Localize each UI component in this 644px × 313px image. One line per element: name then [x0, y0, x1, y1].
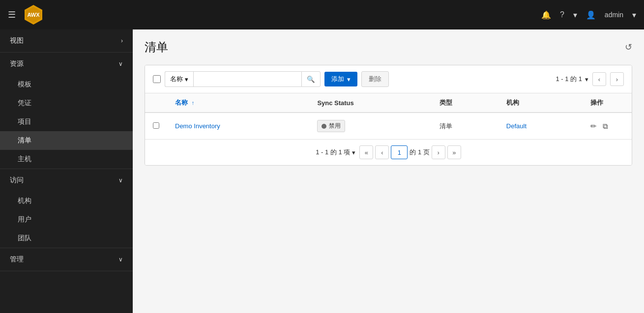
bottom-pagination: 1 - 1 的 1 项 ▾ « ‹ 1 的 1 页 › » [145, 139, 632, 165]
col-name-sort-icon: ↑ [192, 100, 195, 106]
sidebar: 视图 › 资源 ∨ 模板 凭证 项目 清单 主机 访问 ∨ 机构 用户 团队 [0, 29, 133, 313]
sidebar-section-views: 视图 › [0, 29, 133, 53]
row-sync-status-cell: 禁用 [309, 113, 432, 139]
pag-btn-group: « ‹ 1 的 1 页 › » [359, 145, 461, 159]
pagination-chevron[interactable]: ▾ [585, 76, 588, 83]
prev-page-bottom-button[interactable]: ‹ [375, 145, 389, 159]
sidebar-item-credentials[interactable]: 凭证 [0, 94, 133, 113]
action-icons: ✏ ⧉ [590, 122, 624, 131]
sidebar-group-admin-label: 管理 [10, 255, 24, 264]
row-org-link[interactable]: Default [506, 122, 527, 130]
sidebar-item-templates[interactable]: 模板 [0, 75, 133, 94]
username-label[interactable]: admin [605, 11, 623, 19]
filter-label-button[interactable]: 名称 ▾ [165, 71, 193, 87]
page-header: 清单 ↺ [145, 39, 632, 55]
table-card: 名称 ▾ 🔍 添加 ▾ 删除 1 - 1 的 1 ▾ [145, 65, 632, 166]
hamburger-menu[interactable]: ☰ [8, 9, 16, 20]
topnav-right: 🔔 ? ▾ 👤 admin ▾ [541, 10, 636, 20]
delete-button[interactable]: 删除 [361, 71, 389, 87]
sidebar-item-inventory[interactable]: 清单 [0, 131, 133, 150]
table-body: Demo Inventory 禁用 清单 Default [145, 113, 632, 139]
col-org: 机构 [498, 93, 583, 113]
pagination-info: 1 - 1 的 1 ▾ [556, 75, 588, 84]
sidebar-group-admin[interactable]: 管理 ∨ [0, 248, 133, 271]
select-all-checkbox[interactable] [153, 75, 161, 83]
row-org-cell: Default [498, 113, 583, 139]
header-row: 名称 ↑ Sync Status 类型 机构 操作 [145, 93, 632, 113]
sidebar-access-chevron: ∨ [118, 177, 123, 184]
data-table: 名称 ↑ Sync Status 类型 机构 操作 [145, 93, 632, 139]
topnav: ☰ AWX 🔔 ? ▾ 👤 admin ▾ [0, 0, 644, 29]
row-checkbox-cell [145, 113, 167, 139]
col-actions: 操作 [583, 93, 632, 113]
col-type: 类型 [432, 93, 498, 113]
sidebar-group-access-label: 访问 [10, 176, 24, 185]
items-chevron[interactable]: ▾ [352, 149, 355, 156]
status-dot [322, 124, 326, 129]
app-logo: AWX [22, 3, 45, 27]
row-actions-cell: ✏ ⧉ [583, 113, 632, 139]
sidebar-item-organizations[interactable]: 机构 [0, 192, 133, 210]
col-sync-status: Sync Status [309, 93, 432, 113]
of-page-text: 的 1 页 [410, 148, 429, 157]
sidebar-admin-chevron: ∨ [118, 256, 123, 263]
svg-text:AWX: AWX [27, 12, 40, 18]
sidebar-item-hosts[interactable]: 主机 [0, 150, 133, 169]
row-checkbox[interactable] [153, 122, 159, 129]
status-badge: 禁用 [317, 120, 345, 132]
sidebar-section-resources: 资源 ∨ 模板 凭证 项目 清单 主机 [0, 53, 133, 169]
next-page-bottom-button[interactable]: › [432, 145, 445, 159]
sidebar-resources-chevron: ∨ [118, 60, 123, 67]
prev-page-button[interactable]: ‹ [592, 72, 606, 86]
toolbar: 名称 ▾ 🔍 添加 ▾ 删除 1 - 1 的 1 ▾ [145, 65, 632, 93]
row-name-link[interactable]: Demo Inventory [175, 122, 220, 130]
table-header: 名称 ↑ Sync Status 类型 机构 操作 [145, 93, 632, 113]
add-button-label: 添加 [331, 75, 344, 84]
sidebar-item-teams[interactable]: 团队 [0, 229, 133, 248]
logo-icon: AWX [22, 3, 45, 27]
current-page-box: 1 [391, 145, 408, 159]
filter-group: 名称 ▾ 🔍 [165, 71, 321, 87]
copy-icon[interactable]: ⧉ [603, 122, 608, 131]
filter-label-text: 名称 [170, 75, 183, 84]
edit-icon[interactable]: ✏ [590, 122, 597, 131]
sidebar-section-admin: 管理 ∨ [0, 248, 133, 271]
history-icon[interactable]: ↺ [625, 42, 632, 53]
items-text: 1 - 1 的 1 项 [316, 148, 350, 157]
row-type-cell: 清单 [432, 113, 498, 139]
col-checkbox [145, 93, 167, 113]
sidebar-item-projects[interactable]: 项目 [0, 113, 133, 131]
user-chevron[interactable]: ▾ [632, 10, 636, 20]
last-page-button[interactable]: » [447, 145, 461, 159]
sidebar-group-views-label: 视图 [10, 36, 24, 45]
search-button[interactable]: 🔍 [301, 71, 321, 87]
table-row: Demo Inventory 禁用 清单 Default [145, 113, 632, 139]
sidebar-group-resources[interactable]: 资源 ∨ [0, 53, 133, 75]
first-page-button[interactable]: « [359, 145, 373, 159]
main-content: 清单 ↺ 名称 ▾ 🔍 添加 ▾ [133, 29, 644, 313]
row-name-cell: Demo Inventory [167, 113, 309, 139]
search-input[interactable] [193, 71, 301, 87]
col-name-label: 名称 [175, 99, 188, 106]
sidebar-group-views[interactable]: 视图 › [0, 29, 133, 52]
user-icon[interactable]: 👤 [586, 10, 596, 20]
bottom-pag-info: 1 - 1 的 1 项 ▾ [316, 148, 355, 157]
search-icon: 🔍 [307, 76, 315, 83]
pagination-text: 1 - 1 的 1 [556, 75, 582, 84]
sidebar-views-chevron: › [121, 37, 123, 44]
main-layout: 视图 › 资源 ∨ 模板 凭证 项目 清单 主机 访问 ∨ 机构 用户 团队 [0, 29, 644, 313]
add-button-chevron: ▾ [347, 76, 351, 83]
notifications-icon[interactable]: 🔔 [541, 10, 551, 20]
help-chevron[interactable]: ▾ [573, 10, 577, 20]
col-name[interactable]: 名称 ↑ [167, 93, 309, 113]
next-page-button[interactable]: › [610, 72, 624, 86]
page-title: 清单 [145, 39, 168, 55]
sidebar-group-access[interactable]: 访问 ∨ [0, 169, 133, 192]
sidebar-item-users[interactable]: 用户 [0, 210, 133, 229]
sidebar-group-resources-label: 资源 [10, 59, 24, 68]
add-button[interactable]: 添加 ▾ [324, 72, 357, 86]
status-badge-label: 禁用 [329, 122, 341, 130]
help-icon[interactable]: ? [560, 10, 564, 19]
sidebar-section-access: 访问 ∨ 机构 用户 团队 [0, 169, 133, 248]
filter-label-chevron: ▾ [185, 76, 188, 83]
